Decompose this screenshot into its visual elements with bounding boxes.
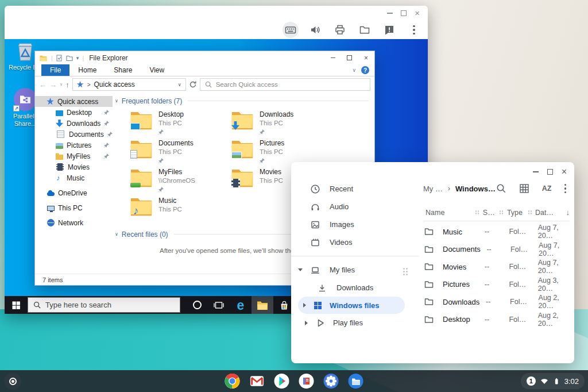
file-explorer-button[interactable] [252, 296, 273, 314]
play-store-button[interactable] [274, 373, 290, 389]
table-row[interactable]: Movies -- Fol… Aug 7, 20… [423, 258, 570, 276]
maximize-button[interactable] [401, 10, 407, 16]
sidebar-item-downloads[interactable]: Downloads [291, 279, 419, 297]
maximize-button[interactable] [347, 55, 352, 60]
expand-chevron-icon[interactable] [298, 268, 303, 271]
sidebar-item-music[interactable]: Music [35, 172, 113, 183]
play-books-button[interactable] [299, 373, 315, 389]
sidebar-item-my-files[interactable]: My files [291, 261, 419, 279]
frequent-folders-header[interactable]: ∨ Frequent folders (7) [115, 96, 369, 106]
up-button[interactable]: ↑ [65, 80, 69, 89]
sidebar-item-windows-files[interactable]: Windows files [298, 297, 405, 314]
sidebar-item-onedrive[interactable]: OneDrive [35, 187, 113, 198]
column-resize-handle[interactable] [528, 210, 529, 212]
column-type[interactable]: Type [507, 209, 528, 217]
sidebar-item-desktop[interactable]: Desktop [35, 107, 113, 118]
notification-badge[interactable]: 1 [527, 376, 536, 386]
status-tray[interactable]: 1 3:02 [521, 373, 585, 389]
tab-file[interactable]: File [41, 64, 69, 76]
quick-access-toolbar-chevron-icon[interactable]: ▾ [76, 55, 79, 61]
sidebar-item-play-files[interactable]: Play files [291, 314, 419, 332]
volume-icon[interactable] [307, 22, 323, 38]
explorer-search-input[interactable]: Search Quick access [200, 78, 370, 91]
table-row[interactable]: Documents -- Fol… Aug 7, 20… [423, 241, 570, 259]
minimize-button[interactable] [533, 171, 539, 172]
close-button[interactable]: × [415, 10, 420, 16]
collapse-chevron-icon[interactable]: ∨ [115, 98, 118, 103]
tab-view[interactable]: View [141, 64, 173, 76]
maximize-button[interactable] [547, 169, 553, 175]
folder-tile[interactable]: Downloads This PC [231, 110, 332, 139]
tab-home[interactable]: Home [69, 64, 105, 76]
task-view-button[interactable] [208, 296, 230, 314]
table-row[interactable]: Pictures -- Fol… Aug 3, 20… [423, 276, 570, 294]
edge-button[interactable]: e [230, 296, 252, 314]
sidebar-item-recent[interactable]: Recent [291, 180, 419, 198]
chrome-button[interactable] [225, 373, 241, 389]
collapse-chevron-icon[interactable]: ∨ [115, 232, 118, 237]
expand-ribbon-chevron-icon[interactable]: ∨ [352, 67, 356, 73]
expand-chevron-icon[interactable] [303, 303, 306, 308]
forward-button[interactable]: → [49, 80, 57, 89]
minimize-button[interactable] [331, 57, 335, 58]
new-folder-icon[interactable] [66, 55, 73, 62]
refresh-icon[interactable] [189, 80, 197, 89]
more-menu-icon[interactable] [564, 184, 567, 194]
taskbar-search-input[interactable]: Type here to search [28, 297, 180, 313]
folder-icon[interactable] [357, 22, 373, 38]
history-chevron-icon[interactable]: ∨ [60, 82, 63, 87]
column-resize-handle[interactable] [475, 210, 477, 212]
folder-tile[interactable]: Desktop This PC [130, 110, 231, 139]
address-dropdown-chevron-icon[interactable]: ∨ [178, 82, 181, 87]
report-icon[interactable] [381, 22, 397, 38]
launcher-button[interactable] [4, 372, 21, 390]
cortana-button[interactable] [186, 296, 208, 314]
keyboard-icon[interactable] [283, 22, 299, 38]
sort-icon[interactable]: AZ [542, 185, 552, 193]
gmail-button[interactable] [249, 373, 265, 389]
breadcrumb[interactable]: > Quick access ∨ [72, 78, 186, 91]
minimize-button[interactable] [387, 13, 393, 14]
sidebar-item-audio[interactable]: Audio [291, 198, 419, 216]
more-menu-icon[interactable] [406, 22, 422, 38]
sidebar-item-pictures[interactable]: Pictures [35, 140, 113, 151]
sidebar-item-videos[interactable]: Videos [291, 233, 419, 251]
folder-tile[interactable]: Music This PC [130, 197, 231, 225]
table-row[interactable]: Downloads -- Fol… Aug 2, 20… [423, 293, 570, 311]
sidebar-item-this-pc[interactable]: This PC [35, 202, 113, 213]
sidebar-item-documents[interactable]: Documents [35, 129, 113, 140]
sidebar-item-images[interactable]: Images [291, 216, 419, 233]
print-icon[interactable] [332, 22, 348, 38]
help-icon[interactable]: ? [361, 66, 369, 74]
table-row[interactable]: Desktop -- Fol… Aug 2, 20… [423, 311, 570, 329]
expand-chevron-icon[interactable] [305, 321, 308, 325]
sidebar-item-downloads[interactable]: Downloads [35, 118, 113, 129]
back-button[interactable]: ← [39, 80, 47, 89]
column-name[interactable]: Name [425, 209, 475, 217]
search-icon[interactable] [496, 183, 506, 194]
sidebar-item-movies[interactable]: Movies [35, 162, 113, 172]
breadcrumb-location[interactable]: Quick access [94, 80, 134, 89]
close-button[interactable]: × [358, 54, 374, 62]
tab-share[interactable]: Share [105, 64, 141, 76]
files-app-button[interactable] [348, 373, 364, 389]
column-date[interactable]: Dat… [535, 209, 564, 217]
start-button[interactable] [5, 296, 28, 314]
column-resize-handle[interactable] [500, 210, 501, 212]
breadcrumb-current[interactable]: Windows… [455, 185, 496, 193]
properties-icon[interactable] [56, 55, 63, 62]
drag-handle[interactable] [403, 268, 405, 270]
file-date: Aug 7, 20… [539, 241, 570, 258]
table-row[interactable]: Music -- Fol… Aug 7, 20… [423, 223, 570, 241]
sort-direction-icon[interactable]: ↓ [566, 208, 570, 217]
breadcrumb-parent[interactable]: My … [423, 185, 443, 193]
sidebar-item-quick-access[interactable]: Quick access [35, 96, 113, 107]
sidebar-item-myfiles[interactable]: MyFiles [35, 151, 113, 162]
folder-tile[interactable]: MyFiles \\ChromeOS [130, 168, 231, 197]
column-size[interactable]: S… [483, 209, 500, 217]
folder-tile[interactable]: Documents This PC [130, 139, 231, 168]
grid-view-icon[interactable] [519, 183, 529, 194]
settings-button[interactable] [323, 373, 339, 389]
sidebar-item-network[interactable]: Network [35, 217, 113, 228]
close-button[interactable]: × [562, 167, 567, 177]
